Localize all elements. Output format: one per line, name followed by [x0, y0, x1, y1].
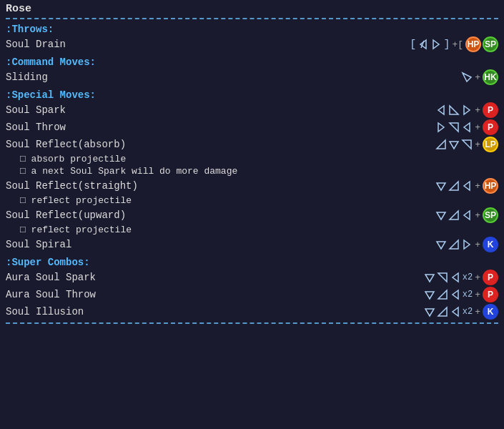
svg-marker-30: [453, 307, 458, 316]
move-inputs-soul-spiral: + K: [435, 237, 498, 252]
svg-marker-27: [453, 290, 458, 299]
arrow-left-slash: [417, 39, 429, 50]
x2-aura-soul-spark: x2: [463, 272, 473, 282]
svg-marker-7: [438, 123, 444, 132]
bottom-divider: [6, 322, 498, 324]
note-sru-1: □ reflect projectile: [20, 225, 498, 235]
svg-marker-24: [453, 273, 458, 282]
svg-marker-17: [450, 211, 458, 220]
svg-marker-5: [450, 106, 458, 114]
arrow-left-ast: [450, 289, 461, 300]
svg-marker-8: [450, 123, 458, 132]
plus-st: +: [475, 122, 480, 133]
move-name-soul-spiral: Soul Spiral: [6, 239, 71, 250]
super-header: :Super Combos:: [6, 257, 498, 268]
move-inputs-soul-drain: [ ] +[ HP SP: [410, 36, 498, 52]
top-divider: [6, 18, 498, 19]
bracket-open: [: [410, 39, 416, 51]
svg-marker-9: [464, 123, 470, 132]
special-header: :Special Moves:: [6, 89, 498, 101]
arrow-left-ass: [450, 272, 461, 283]
plus-si: +: [475, 307, 480, 317]
move-name-sliding: Sliding: [6, 72, 48, 83]
svg-marker-16: [437, 212, 445, 220]
move-sliding: Sliding + HK: [6, 69, 498, 85]
svg-marker-14: [450, 182, 458, 190]
move-soul-reflect-absorb: Soul Reflect(absorb) + LP: [6, 137, 498, 152]
plus-ast: +: [475, 290, 480, 300]
badge-p-aurasoultjrow: P: [483, 287, 498, 302]
svg-marker-11: [450, 142, 458, 149]
svg-marker-20: [450, 240, 458, 249]
plus-sru: +: [475, 210, 480, 221]
arrow-left-st: [461, 122, 473, 133]
move-soul-spiral: Soul Spiral + K: [6, 237, 498, 252]
move-aura-soul-throw: Aura Soul Throw x2 + P: [6, 287, 498, 302]
arrow-left-sru: [461, 209, 473, 221]
arrow-right-st1: [435, 122, 447, 133]
arrow-dr-st: [448, 122, 460, 133]
svg-marker-10: [437, 140, 445, 149]
arrow-down-sra: [448, 139, 460, 150]
arrow-left-ss: [435, 104, 447, 116]
svg-marker-18: [464, 211, 470, 220]
plus-sra: +: [475, 139, 480, 150]
arrow-dl-srs: [448, 180, 460, 192]
move-inputs-soul-reflect-absorb: + LP: [435, 137, 498, 152]
note-srs-1: □ reflect projectile: [20, 195, 498, 206]
move-name-soul-drain: Soul Drain: [6, 39, 66, 50]
plus-sliding: +: [475, 72, 480, 83]
plus-ss: +: [475, 105, 480, 116]
x2-aura-soul-throw: x2: [463, 290, 473, 300]
character-name: Rose: [6, 3, 498, 15]
arrow-dl-sru: [448, 209, 460, 221]
move-name-soul-reflect-upward: Soul Reflect(upward): [6, 209, 126, 221]
move-soul-illusion: Soul Illusion x2 + K: [6, 304, 498, 320]
arrow-down-sru: [435, 209, 447, 221]
arrow-left-si: [450, 306, 461, 317]
svg-marker-15: [464, 182, 470, 190]
command-header: :Command Moves:: [6, 56, 498, 68]
badge-p-aurasoulpsark: P: [483, 270, 498, 285]
svg-marker-12: [463, 140, 471, 149]
arrow-right-ss: [461, 104, 473, 116]
badge-hp-soulreflectstraight: HP: [483, 178, 498, 194]
move-soul-drain: Soul Drain [ ] +[ HP SP: [6, 36, 498, 52]
arrow-down-spiral: [435, 239, 447, 250]
arrow-df: [461, 72, 473, 83]
move-inputs-soul-illusion: x2 + K: [424, 304, 498, 320]
move-inputs-sliding: + HK: [461, 69, 498, 85]
move-name-soul-illusion: Soul Illusion: [6, 306, 84, 317]
svg-marker-6: [464, 106, 470, 114]
badge-sp-souldrain: SP: [483, 36, 498, 52]
move-inputs-aura-soul-throw: x2 + P: [424, 287, 498, 302]
badge-p-soulthrow: P: [483, 119, 498, 135]
svg-marker-25: [425, 292, 434, 299]
bracket-close: ]: [443, 39, 450, 51]
arrow-dl-ast: [437, 289, 448, 300]
move-aura-soul-spark: Aura Soul Spark x2 + P: [6, 270, 498, 285]
svg-marker-29: [438, 307, 447, 316]
arrow-dl-spiral: [448, 239, 460, 250]
arrow-down-ast: [424, 289, 435, 300]
svg-marker-21: [464, 240, 470, 249]
move-name-aura-soul-throw: Aura Soul Throw: [6, 289, 96, 300]
move-inputs-soul-throw: + P: [435, 119, 498, 135]
main-container: Rose :Throws: Soul Drain [ ] +[ HP SP :C…: [0, 0, 504, 332]
move-inputs-soul-reflect-straight: + HP: [435, 178, 498, 194]
move-name-soul-reflect-straight: Soul Reflect(straight): [6, 180, 138, 192]
move-soul-throw: Soul Throw + P: [6, 119, 498, 135]
arrow-dr-sra: [461, 139, 473, 150]
note-sra-2: □ a next Soul Spark will do more damage: [20, 166, 498, 177]
arrow-dr-ass: [437, 272, 448, 283]
svg-marker-28: [425, 309, 434, 316]
plus-spiral: +: [475, 240, 480, 250]
move-inputs-aura-soul-spark: x2 + P: [424, 270, 498, 285]
throws-header: :Throws:: [6, 24, 498, 35]
badge-k-soulspiral: K: [483, 237, 498, 252]
badge-lp-soulreflect: LP: [483, 137, 498, 152]
arrow-dl-si: [437, 306, 448, 317]
arrow-down-srs: [435, 180, 447, 192]
plus-srs: +: [475, 181, 480, 192]
x2-soul-illusion: x2: [463, 307, 473, 317]
